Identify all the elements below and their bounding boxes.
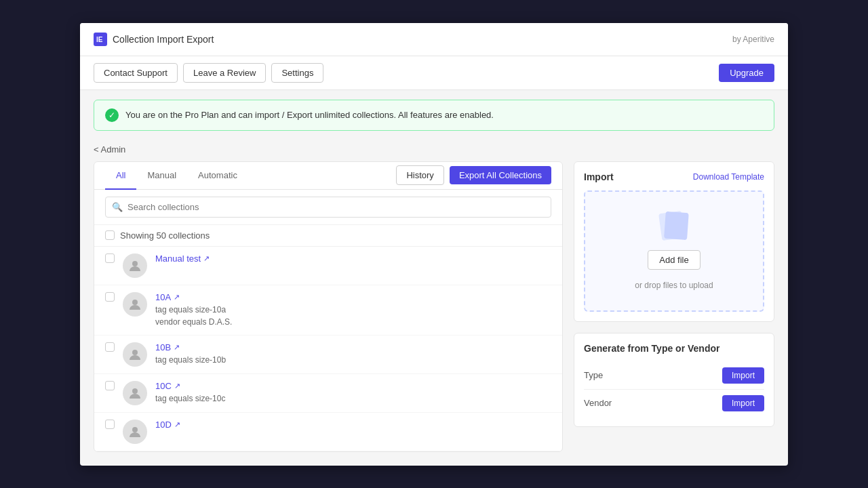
breadcrumb[interactable]: < Admin — [80, 140, 788, 161]
collection-info-2: 10B ↗ tag equals size-10b — [155, 342, 551, 366]
tabs-actions: History Export All Collections — [396, 165, 551, 185]
doc-icon-front — [664, 211, 689, 239]
svg-text:IE: IE — [96, 36, 103, 43]
avatar-0 — [123, 253, 147, 278]
select-all-checkbox[interactable] — [105, 230, 115, 240]
contact-support-button[interactable]: Contact Support — [94, 63, 178, 83]
add-file-button[interactable]: Add file — [648, 250, 700, 270]
tabs-row: All Manual Automatic History Export All … — [94, 162, 562, 190]
collection-info-4: 10D ↗ — [155, 420, 551, 430]
generate-type-row: Type Import — [584, 362, 764, 390]
tab-automatic[interactable]: Automatic — [187, 162, 248, 190]
svg-point-5 — [132, 388, 138, 394]
right-panel: Import Download Template Add file or dro… — [574, 161, 774, 452]
showing-label: Showing 50 collections — [120, 230, 210, 241]
generate-vendor-row: Vendor Import — [584, 390, 764, 417]
collection-tags-3: tag equals size-10c — [155, 392, 551, 405]
import-header: Import Download Template — [584, 171, 764, 182]
settings-button[interactable]: Settings — [271, 63, 323, 83]
drop-zone[interactable]: Add file or drop files to upload — [584, 190, 764, 312]
left-panel: All Manual Automatic History Export All … — [94, 161, 563, 452]
tab-manual[interactable]: Manual — [136, 162, 187, 190]
generate-type-label: Type — [584, 370, 603, 380]
app-header: IE Collection Import Export by Aperitive — [80, 23, 788, 56]
tabs: All Manual Automatic — [105, 162, 248, 189]
export-all-button[interactable]: Export All Collections — [450, 166, 551, 184]
collection-checkbox-0[interactable] — [105, 253, 115, 263]
external-link-icon-1: ↗ — [174, 293, 180, 302]
tab-all[interactable]: All — [105, 162, 136, 190]
main-content: All Manual Automatic History Export All … — [80, 161, 788, 466]
collection-info-1: 10A ↗ tag equals size-10avendor equals D… — [155, 292, 551, 328]
avatar-4 — [123, 420, 147, 444]
svg-point-6 — [132, 427, 138, 432]
collection-name-4[interactable]: 10D ↗ — [155, 420, 551, 430]
collection-row-10c: 10C ↗ tag equals size-10c — [94, 374, 562, 413]
collection-tags-1: tag equals size-10avendor equals D.A.S. — [155, 304, 551, 328]
external-link-icon-2: ↗ — [174, 343, 180, 352]
generate-vendor-import-button[interactable]: Import — [722, 395, 764, 411]
collection-checkbox-4[interactable] — [105, 420, 115, 429]
leave-review-button[interactable]: Leave a Review — [183, 63, 267, 83]
collection-checkbox-2[interactable] — [105, 342, 115, 352]
avatar-3 — [123, 381, 147, 405]
app-title: Collection Import Export — [113, 34, 214, 45]
external-link-icon-3: ↗ — [174, 382, 180, 390]
showing-row: Showing 50 collections — [94, 225, 562, 247]
collection-checkbox-3[interactable] — [105, 381, 115, 390]
search-row: 🔍 — [94, 190, 562, 225]
collection-row-10d: 10D ↗ — [94, 413, 562, 451]
generate-vendor-label: Vendor — [584, 398, 612, 408]
collection-name-3[interactable]: 10C ↗ — [155, 381, 551, 391]
collection-name-2[interactable]: 10B ↗ — [155, 342, 551, 352]
pro-check-icon: ✓ — [105, 108, 119, 122]
collection-tags-2: tag equals size-10b — [155, 354, 551, 366]
svg-point-4 — [132, 350, 138, 355]
app-logo-title: IE Collection Import Export — [94, 33, 214, 46]
collection-checkbox-1[interactable] — [105, 292, 115, 302]
history-button[interactable]: History — [396, 165, 443, 185]
toolbar-left: Contact Support Leave a Review Settings — [94, 63, 323, 83]
collection-row-10a: 10A ↗ tag equals size-10avendor equals D… — [94, 285, 562, 336]
import-title: Import — [584, 171, 614, 182]
search-wrapper: 🔍 — [105, 197, 551, 218]
collection-row-10b: 10B ↗ tag equals size-10b — [94, 336, 562, 374]
external-link-icon-4: ↗ — [174, 420, 180, 429]
svg-point-3 — [132, 300, 138, 305]
generate-type-import-button[interactable]: Import — [722, 367, 764, 384]
generate-panel: Generate from Type or Vendor Type Import… — [574, 333, 774, 427]
svg-point-2 — [132, 261, 138, 266]
collection-name-1[interactable]: 10A ↗ — [155, 292, 551, 302]
external-link-icon-0: ↗ — [203, 254, 210, 263]
avatar-2 — [123, 342, 147, 367]
search-icon: 🔍 — [112, 202, 123, 212]
collection-name-0[interactable]: Manual test ↗ — [155, 253, 551, 264]
collection-info-0: Manual test ↗ — [155, 253, 551, 264]
upgrade-button[interactable]: Upgrade — [719, 64, 774, 82]
drop-text: or drop files to upload — [599, 281, 749, 290]
download-template-link[interactable]: Download Template — [693, 172, 764, 182]
toolbar: Contact Support Leave a Review Settings … — [80, 56, 788, 90]
collection-info-3: 10C ↗ tag equals size-10c — [155, 381, 551, 405]
app-by: by Aperitive — [732, 35, 774, 44]
app-logo-icon: IE — [94, 33, 107, 46]
pro-banner-message: You are on the Pro Plan and can import /… — [125, 110, 494, 120]
avatar-1 — [123, 292, 147, 317]
pro-banner: ✓ You are on the Pro Plan and can import… — [94, 100, 774, 131]
import-panel: Import Download Template Add file or dro… — [574, 161, 774, 322]
generate-title: Generate from Type or Vendor — [584, 343, 764, 354]
drop-zone-icons — [599, 212, 749, 242]
collection-row-manual-test: Manual test ↗ — [94, 247, 562, 285]
search-input[interactable] — [105, 197, 551, 218]
